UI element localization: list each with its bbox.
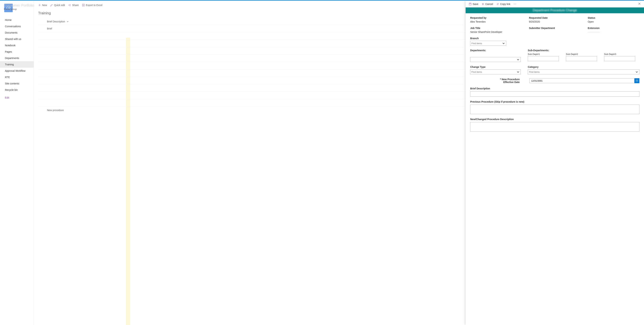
nav-recycle[interactable]: Recycle bin [0,87,34,93]
left-nav: Home Conversations Documents Shared with… [0,15,34,101]
requested-date-label: Requested Date [529,16,581,19]
site-title: Consumer Portfolio [4,3,34,8]
quick-edit-button[interactable]: Quick edit [50,4,65,6]
sub-departments-label: Sub-Departments: [528,49,640,52]
branch-picker[interactable] [470,41,506,46]
sub-dept-1-picker[interactable] [528,56,559,61]
category-input[interactable] [529,71,635,73]
extension-label: Extension [588,27,640,30]
nav-site-contents[interactable]: Site contents [0,80,34,87]
more-button[interactable] [514,3,516,6]
status-value: Open [588,20,640,23]
nav-departments[interactable]: Departments [0,55,34,61]
nav-approval[interactable]: Approval Workflow [0,68,34,74]
sub-dept-2-picker[interactable] [566,56,597,61]
svg-rect-11 [470,3,471,4]
nav-home[interactable]: Home [0,17,34,23]
change-type-label: Change Type [470,66,521,68]
chevron-down-icon [517,70,520,73]
prev-proc-input[interactable] [470,104,640,114]
save-icon [469,3,472,6]
svg-point-13 [515,4,515,4]
status-label: Status [588,16,640,19]
requested-by-label: Requested by [470,16,522,19]
link-icon [496,3,499,6]
nav-documents[interactable]: Documents [0,30,34,36]
panel-banner: Department Procedure Change [466,8,644,13]
svg-point-12 [514,4,514,4]
category-picker[interactable] [528,70,640,74]
sub-dept-2-input[interactable] [567,58,597,60]
col-brief-description[interactable]: Brief Description [47,20,86,23]
site-subtitle: Public group [4,8,34,10]
nav-notebook[interactable]: Notebook [0,42,34,48]
cancel-button[interactable]: Cancel [482,3,493,6]
effective-date-label: * New Procedure Effective Date [470,78,520,84]
edit-panel: Save Cancel Copy link Department Procedu… [466,0,644,325]
excel-icon [82,4,85,6]
more-icon [514,3,516,6]
nav-shared[interactable]: Shared with us [0,36,34,42]
prev-proc-label: Previous Procedure (Skip if procedure is… [470,100,640,103]
sub-dept-1-label: Sub Dept#1 [528,53,559,56]
export-button[interactable]: Export to Excel [82,4,102,6]
departments-picker[interactable] [470,57,521,62]
nav-conversations[interactable]: Conversations [0,23,34,30]
sub-dept-1-input[interactable] [529,58,559,60]
close-icon [638,2,641,5]
chevron-down-icon [502,42,505,45]
branch-input[interactable] [472,42,502,45]
calendar-icon [636,80,638,82]
plus-icon [38,4,41,6]
brief-desc-label: Brief Description [470,87,640,90]
share-icon [68,4,71,6]
sub-dept-3-label: Sub Dept#3 [604,53,635,56]
departments-input[interactable] [472,58,517,61]
nav-pages[interactable]: Pages [0,48,34,55]
requested-by-value: Alex Terentiev [470,20,522,23]
change-type-input[interactable] [472,71,517,73]
job-title-label: Job Title [470,27,522,30]
close-icon [482,3,484,6]
effective-date-input[interactable] [530,78,634,83]
category-label: Category [528,66,640,68]
departments-label: Departments: [470,49,521,52]
pencil-icon [50,4,53,6]
job-title-value: Senior SharePoint Developer [470,30,522,34]
panel-close-button[interactable] [638,2,641,6]
branch-label: Branch [470,37,640,40]
extension-value: ————— [588,30,640,34]
svg-rect-10 [469,3,471,5]
new-button[interactable]: New [38,4,47,6]
brief-desc-input[interactable] [470,91,640,96]
sub-dept-3-input[interactable] [605,58,635,60]
new-proc-label: New/Changed Procedure Description [470,118,640,121]
copy-link-button[interactable]: Copy link [496,3,510,6]
calendar-button[interactable] [634,78,640,83]
submitter-dept-label: Submitter Department [529,27,581,30]
share-button[interactable]: Share [68,4,78,6]
sub-dept-2-label: Sub Dept#2 [566,53,597,56]
svg-point-14 [516,4,516,4]
chevron-down-icon [635,70,638,73]
sub-dept-3-picker[interactable] [604,56,635,61]
nav-rte[interactable]: RTE [0,74,34,80]
panel-command-bar: Save Cancel Copy link [466,0,644,8]
nav-training[interactable]: Training [0,61,34,68]
chevron-down-icon [517,58,520,61]
svg-rect-15 [636,80,638,82]
save-button[interactable]: Save [469,3,478,6]
chevron-down-icon [66,20,69,23]
nav-edit[interactable]: Edit [0,94,34,101]
new-proc-input[interactable] [470,122,640,132]
requested-date-value: 9/20/2020 [529,20,581,23]
change-type-picker[interactable] [470,70,521,74]
